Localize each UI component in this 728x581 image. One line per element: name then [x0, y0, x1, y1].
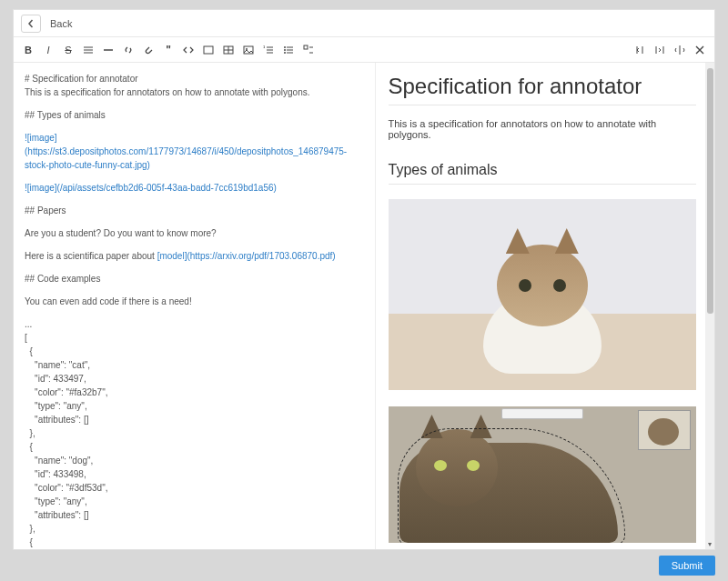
preview-h1: Specification for annotator: [389, 74, 697, 105]
scroll-down-icon[interactable]: ▾: [705, 538, 714, 549]
svg-point-6: [284, 49, 286, 51]
svg-point-7: [284, 52, 286, 54]
collapse-icon[interactable]: [632, 43, 647, 57]
preview-pane: Specification for annotator This is a sp…: [376, 63, 715, 549]
src-line: ## Types of animals: [25, 108, 364, 122]
annotation-toolbar[interactable]: [501, 408, 583, 419]
src-line: This is a specification for annotators o…: [25, 87, 310, 97]
svg-text:1: 1: [263, 45, 266, 49]
svg-rect-8: [304, 45, 308, 49]
image-inset: [638, 410, 691, 450]
preview-h2: Types of animals: [389, 162, 697, 185]
src-link: [model](https://arxiv.org/pdf/1703.06870…: [157, 251, 336, 261]
src-line: Here is a scientifica paper about: [25, 251, 157, 261]
src-image-link: ![image](/api/assets/cefbb2d6-005f-43aa-…: [25, 181, 364, 195]
header: Back: [14, 10, 714, 37]
svg-rect-0: [204, 46, 213, 54]
back-button[interactable]: [21, 15, 41, 33]
ul-icon[interactable]: [281, 43, 296, 57]
scroll-thumb[interactable]: [707, 68, 713, 314]
task-icon[interactable]: [301, 43, 316, 57]
image-icon[interactable]: [241, 43, 256, 57]
close-icon[interactable]: [693, 43, 707, 57]
italic-icon[interactable]: I: [41, 43, 56, 57]
src-line: ## Papers: [25, 204, 364, 217]
preview-image-2: [389, 406, 697, 543]
polygon-annotation[interactable]: [398, 428, 625, 543]
preview-paragraph: This is a specification for annotators o…: [389, 118, 697, 140]
src-line: ## Code examples: [25, 272, 364, 285]
bold-icon[interactable]: B: [21, 43, 35, 57]
ol-icon[interactable]: 1: [261, 43, 276, 57]
heading-icon[interactable]: [81, 43, 96, 57]
preview-image-1: [389, 199, 697, 390]
svg-rect-2: [244, 46, 253, 54]
editor-frame: Back B I S " 1: [13, 9, 715, 550]
back-label: Back: [50, 18, 72, 29]
quote-icon[interactable]: ": [161, 43, 176, 57]
split-icon[interactable]: [672, 43, 687, 57]
attach-icon[interactable]: [141, 43, 156, 57]
scrollbar[interactable]: ▾: [705, 63, 714, 549]
code-icon[interactable]: [181, 43, 196, 57]
src-line: Are you a student? Do you want to know m…: [25, 226, 364, 240]
src-image-link: ![image](https://st3.depositphotos.com/1…: [25, 131, 364, 172]
editor-toolbar: B I S " 1: [14, 37, 714, 63]
src-line: # Specification for annotator: [25, 74, 138, 84]
src-code-block: ... [ { "name": "cat", "id": 433497, "co…: [25, 317, 364, 549]
chevron-left-icon: [26, 19, 35, 28]
hr-icon[interactable]: [101, 43, 116, 57]
src-line: You can even add code if there is a need…: [25, 295, 364, 308]
codeblock-icon[interactable]: [201, 43, 216, 57]
strike-icon[interactable]: S: [61, 43, 76, 57]
link-icon[interactable]: [121, 43, 136, 57]
table-icon[interactable]: [221, 43, 236, 57]
svg-point-5: [284, 46, 286, 48]
expand-icon[interactable]: [652, 43, 667, 57]
submit-button[interactable]: Submit: [659, 556, 715, 576]
markdown-source-pane[interactable]: # Specification for annotatorThis is a s…: [14, 63, 376, 549]
